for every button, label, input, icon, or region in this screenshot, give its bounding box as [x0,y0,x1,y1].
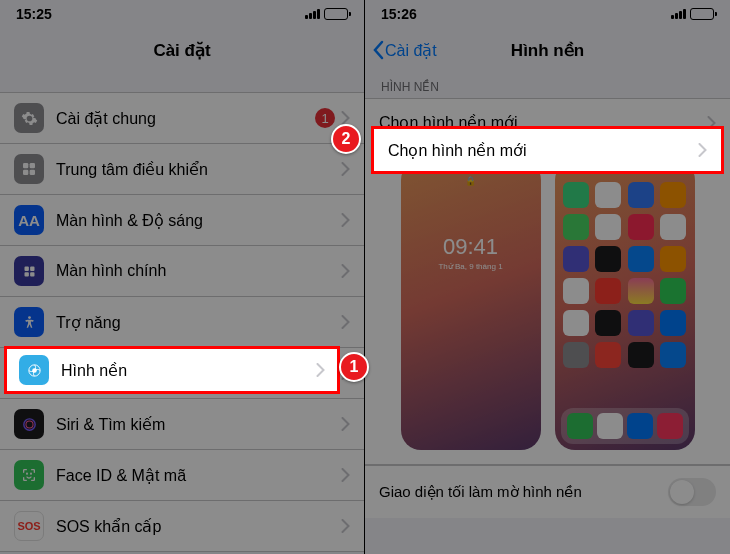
home-screen-icon [14,256,44,286]
app-grid [563,182,687,368]
highlight-wallpaper-row: Hình nền [4,346,340,394]
nav-header: Cài đặt [0,28,364,72]
signal-icon [671,9,686,19]
settings-list: Cài đặt chung 1 Trung tâm điều khiển AA … [0,92,364,552]
chevron-right-icon [341,417,350,431]
svg-rect-2 [23,170,28,175]
svg-rect-7 [30,272,34,276]
annotation-step-2: 2 [331,124,361,154]
status-bar: 15:25 [0,0,364,28]
annotation-step-1: 1 [339,352,369,382]
page-title: Cài đặt [153,40,210,61]
row-label: Chọn hình nền mới [388,141,692,160]
battery-icon [690,8,714,20]
face-id-icon [14,460,44,490]
battery-icon [324,8,348,20]
svg-point-13 [27,473,28,474]
chevron-right-icon [316,363,325,377]
row-label: Trung tâm điều khiển [56,160,335,179]
row-label: SOS khẩn cấp [56,517,335,536]
lock-date: Thứ Ba, 9 tháng 1 [401,262,541,271]
dark-appearance-toggle[interactable] [668,478,716,506]
svg-point-14 [31,473,32,474]
chevron-right-icon [341,264,350,278]
status-indicators [305,8,348,20]
toggle-label: Giao diện tối làm mờ hình nền [379,483,668,501]
row-display-brightness[interactable]: AA Màn hình & Độ sáng [0,195,364,246]
wallpaper-preview: 🔒 09:41 Thứ Ba, 9 tháng 1 [365,146,730,464]
chevron-right-icon [341,213,350,227]
row-accessibility[interactable]: Trợ năng [0,297,364,348]
svg-rect-6 [24,272,28,276]
row-label: Cài đặt chung [56,109,315,128]
svg-rect-1 [30,163,35,168]
status-time: 15:25 [16,6,52,22]
siri-icon [14,409,44,439]
wallpaper-icon [19,355,49,385]
row-home-screen[interactable]: Màn hình chính [0,246,364,297]
chevron-right-icon [341,519,350,533]
nav-header: Cài đặt Hình nền [365,28,730,72]
page-title: Hình nền [511,40,584,61]
chevron-right-icon [341,468,350,482]
highlight-choose-wallpaper-row: Chọn hình nền mới [371,126,724,174]
status-indicators [671,8,714,20]
back-label: Cài đặt [385,41,437,60]
row-general[interactable]: Cài đặt chung 1 [0,93,364,144]
signal-icon [305,9,320,19]
row-label: Face ID & Mật mã [56,466,335,485]
row-label: Siri & Tìm kiếm [56,415,335,434]
status-bar: 15:26 [365,0,730,28]
row-siri-search[interactable]: Siri & Tìm kiếm [0,399,364,450]
gear-icon [14,103,44,133]
notification-badge: 1 [315,108,335,128]
row-label: Hình nền [61,361,310,380]
row-label: Màn hình chính [56,262,335,280]
lock-time: 09:41 [401,234,541,260]
svg-point-8 [28,316,31,319]
control-center-icon [14,154,44,184]
row-control-center[interactable]: Trung tâm điều khiển [0,144,364,195]
svg-point-12 [25,420,32,427]
status-time: 15:26 [381,6,417,22]
lock-icon: 🔒 [401,176,541,186]
sos-icon: SOS [14,511,44,541]
chevron-right-icon [698,143,707,157]
svg-rect-3 [30,170,35,175]
svg-rect-0 [23,163,28,168]
row-face-id-passcode[interactable]: Face ID & Mật mã [0,450,364,501]
chevron-right-icon [341,315,350,329]
accessibility-icon [14,307,44,337]
row-label: Màn hình & Độ sáng [56,211,335,230]
row-label: Trợ năng [56,313,335,332]
chevron-right-icon [341,111,350,125]
svg-rect-5 [30,266,34,270]
section-header: HÌNH NỀN [365,72,730,98]
row-dark-appearance-dims: Giao diện tối làm mờ hình nền [365,465,730,518]
display-icon: AA [14,205,44,235]
chevron-left-icon [371,40,385,60]
dock [561,408,689,444]
wallpaper-screen: 15:26 Cài đặt Hình nền HÌNH NỀN Chọn hìn… [365,0,730,554]
lock-screen-preview[interactable]: 🔒 09:41 Thứ Ba, 9 tháng 1 [401,160,541,450]
chevron-right-icon [341,162,350,176]
home-screen-preview[interactable] [555,160,695,450]
svg-rect-4 [24,266,28,270]
back-button[interactable]: Cài đặt [371,40,437,60]
row-sos[interactable]: SOS SOS khẩn cấp [0,501,364,551]
settings-screen: 15:25 Cài đặt Cài đặt chung 1 Trung tâm … [0,0,365,554]
